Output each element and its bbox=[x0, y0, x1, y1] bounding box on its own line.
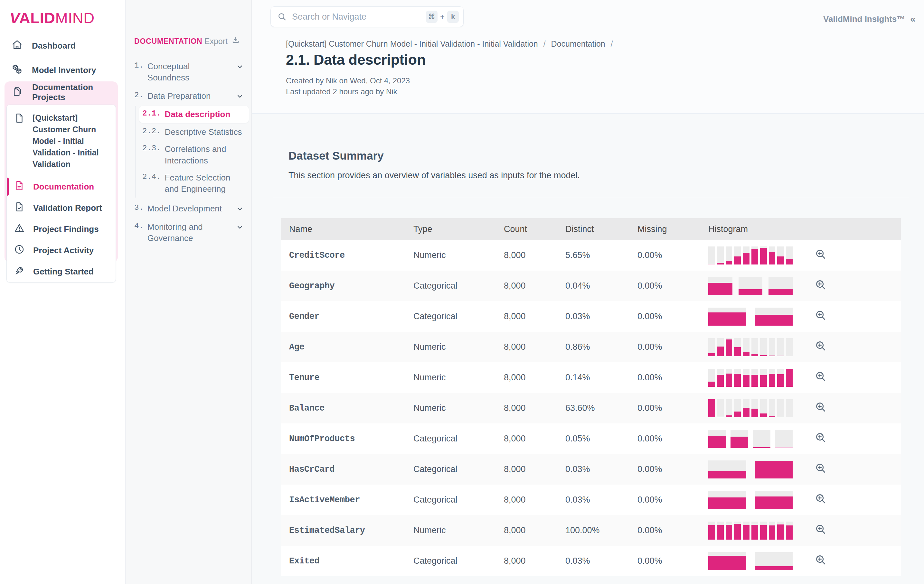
pages-icon bbox=[12, 85, 23, 99]
tree-item-feature-selection-and-engineering[interactable]: 2.4. Feature Selection and Engineering bbox=[135, 169, 251, 197]
shortcut-k-key: k bbox=[447, 11, 459, 23]
cell-missing: 0.00% bbox=[629, 403, 700, 413]
cell-type: Numeric bbox=[405, 373, 496, 383]
tree-item-correlations-and-interactions[interactable]: 2.3. Correlations and Interactions bbox=[135, 141, 251, 169]
histogram bbox=[708, 369, 793, 387]
cubes-icon bbox=[11, 63, 23, 77]
cell-name: NumOfProducts bbox=[281, 434, 405, 444]
histogram bbox=[708, 461, 793, 479]
cell-distinct: 100.00% bbox=[557, 525, 629, 535]
chevron-down-icon[interactable] bbox=[235, 62, 244, 71]
histogram bbox=[708, 277, 793, 295]
table-body: CreditScore Numeric 8,000 5.65% 0.00% Ge… bbox=[281, 240, 901, 576]
zoom-in-icon[interactable] bbox=[815, 375, 827, 385]
cell-name: HasCrCard bbox=[281, 465, 405, 474]
zoom-in-icon[interactable] bbox=[815, 405, 827, 415]
active-indicator-bar bbox=[7, 178, 9, 196]
histogram bbox=[708, 247, 793, 265]
cell-name: Balance bbox=[281, 403, 405, 413]
documentation-tree: 1. Conceptual Soundness2. Data Preparati… bbox=[125, 57, 251, 247]
table-row-tenure: Tenure Numeric 8,000 0.14% 0.00% bbox=[281, 362, 901, 393]
breadcrumb-project-link[interactable]: [Quickstart] Customer Churn Model - Init… bbox=[286, 39, 538, 48]
cell-type: Numeric bbox=[405, 250, 496, 260]
validmind-logo: VALIDMIND bbox=[10, 9, 95, 27]
cell-count: 8,000 bbox=[496, 373, 557, 383]
tree-item-descriptive-statistics[interactable]: 2.2. Descriptive Statistics bbox=[135, 123, 251, 141]
last-updated-text: Last updated 2 hours ago by Nik bbox=[286, 87, 397, 96]
histogram bbox=[708, 491, 793, 509]
main-area: ⌘ + k ValidMind Insights™ « [Quickstart]… bbox=[252, 0, 924, 584]
tree-item-data-description[interactable]: 2.1. Data description bbox=[139, 106, 249, 123]
histogram bbox=[708, 521, 793, 540]
zoom-in-icon[interactable] bbox=[815, 467, 827, 476]
project-nav-project-activity[interactable]: Project Activity bbox=[7, 240, 116, 261]
cell-type: Categorical bbox=[405, 495, 496, 505]
logo-v: V bbox=[10, 9, 20, 26]
zoom-in-icon[interactable] bbox=[815, 344, 827, 354]
table-row-isactivemember: IsActiveMember Categorical 8,000 0.03% 0… bbox=[281, 485, 901, 515]
file-icon bbox=[14, 112, 25, 170]
export-button[interactable]: Export bbox=[205, 36, 240, 46]
zoom-in-icon[interactable] bbox=[815, 558, 827, 568]
zoom-in-icon[interactable] bbox=[815, 283, 827, 293]
search-input[interactable] bbox=[292, 12, 426, 22]
chevron-down-icon[interactable] bbox=[235, 204, 244, 213]
cell-name: IsActiveMember bbox=[281, 495, 405, 505]
zoom-in-icon[interactable] bbox=[815, 528, 827, 537]
shortcut-plus: + bbox=[440, 12, 445, 21]
zoom-in-icon[interactable] bbox=[815, 497, 827, 507]
cell-missing: 0.00% bbox=[629, 495, 700, 505]
cell-count: 8,000 bbox=[496, 250, 557, 260]
cell-type: Categorical bbox=[405, 464, 496, 474]
cell-missing: 0.00% bbox=[629, 464, 700, 474]
project-nav-documentation[interactable]: Documentation bbox=[7, 176, 116, 197]
project-nav-project-findings[interactable]: Project Findings bbox=[7, 219, 116, 240]
table-row-exited: Exited Categorical 8,000 0.03% 0.00% bbox=[281, 546, 901, 576]
cell-missing: 0.00% bbox=[629, 311, 700, 321]
table-row-gender: Gender Categorical 8,000 0.03% 0.00% bbox=[281, 301, 901, 332]
search-box[interactable]: ⌘ + k bbox=[271, 7, 464, 27]
project-card-title-row[interactable]: [Quickstart] Customer Churn Model - Init… bbox=[7, 105, 116, 176]
insights-label: ValidMind Insights™ bbox=[823, 14, 905, 24]
sidebar-item-documentation-projects[interactable]: Documentation Projects bbox=[5, 81, 118, 103]
tree-item-conceptual-soundness[interactable]: 1. Conceptual Soundness bbox=[125, 57, 251, 87]
collapse-panel-icon[interactable]: « bbox=[910, 13, 916, 25]
cell-name: Gender bbox=[281, 312, 405, 321]
chevron-down-icon[interactable] bbox=[235, 92, 244, 101]
zoom-in-icon[interactable] bbox=[815, 314, 827, 323]
table-row-numofproducts: NumOfProducts Categorical 8,000 0.05% 0.… bbox=[281, 423, 901, 454]
cell-name: CreditScore bbox=[281, 251, 405, 260]
project-nav-validation-report[interactable]: Validation Report bbox=[7, 197, 116, 219]
sidebar-item-model-inventory[interactable]: Model Inventory bbox=[5, 61, 117, 79]
cell-count: 8,000 bbox=[496, 281, 557, 291]
cell-missing: 0.00% bbox=[629, 434, 700, 444]
cell-missing: 0.00% bbox=[629, 373, 700, 383]
cell-name: Age bbox=[281, 342, 405, 352]
download-icon bbox=[231, 36, 240, 46]
histogram bbox=[708, 552, 793, 570]
sidebar-item-dashboard[interactable]: Dashboard bbox=[5, 37, 117, 55]
zoom-in-icon[interactable] bbox=[815, 436, 827, 446]
warning-icon bbox=[14, 223, 25, 236]
search-icon bbox=[277, 12, 287, 21]
documentation-panel: DOCUMENTATION Export 1. Conceptual Sound… bbox=[125, 0, 252, 584]
zoom-in-icon[interactable] bbox=[815, 253, 827, 262]
page-title: 2.1. Data description bbox=[286, 51, 426, 68]
home-icon bbox=[11, 39, 23, 53]
cell-count: 8,000 bbox=[496, 525, 557, 535]
project-title: [Quickstart] Customer Churn Model - Init… bbox=[33, 112, 110, 170]
primary-sidebar: VALIDMIND DashboardModel Inventory Docum… bbox=[0, 0, 125, 584]
column-header-name: Name bbox=[281, 224, 405, 234]
cell-distinct: 0.03% bbox=[557, 556, 629, 566]
chevron-down-icon[interactable] bbox=[235, 223, 244, 232]
project-nav-getting-started[interactable]: Getting Started bbox=[7, 261, 116, 282]
breadcrumb-documentation-link[interactable]: Documentation bbox=[551, 39, 605, 48]
page-header: ⌘ + k ValidMind Insights™ « [Quickstart]… bbox=[252, 0, 924, 114]
cell-distinct: 0.86% bbox=[557, 342, 629, 352]
tree-item-model-development[interactable]: 3. Model Development bbox=[125, 199, 251, 218]
cell-distinct: 5.65% bbox=[557, 250, 629, 260]
clock-icon bbox=[14, 244, 25, 257]
tree-item-monitoring-and-governance[interactable]: 4. Monitoring and Governance bbox=[125, 218, 251, 247]
cell-count: 8,000 bbox=[496, 342, 557, 352]
tree-item-data-preparation[interactable]: 2. Data Preparation bbox=[125, 87, 251, 105]
